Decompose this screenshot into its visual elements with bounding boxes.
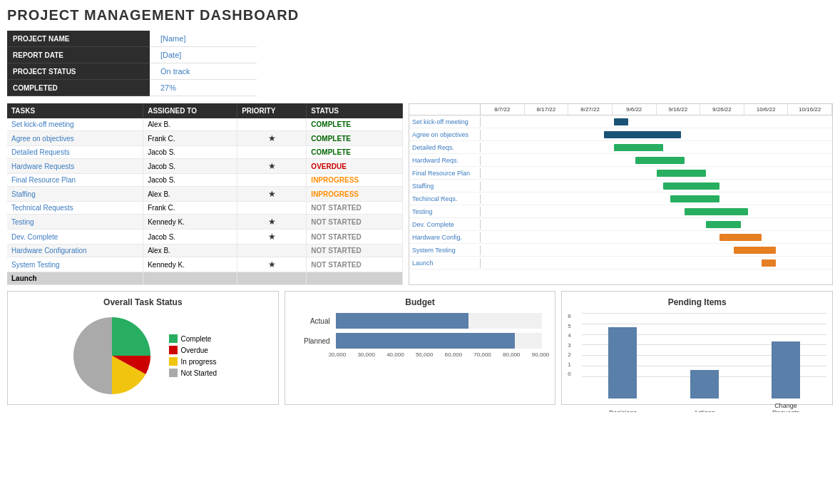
gantt-bar [635, 157, 685, 164]
pending-bar [608, 327, 637, 398]
table-row: Technical RequestsFrank C.NOT STARTED [7, 202, 403, 215]
gantt-row: System Testing [409, 244, 832, 257]
col-priority: PRIORITY [237, 103, 307, 118]
gantt-date-cell: 10/16/22 [788, 104, 832, 115]
bottom-section: Overall Task Status CompleteOverdueIn pr… [7, 291, 833, 405]
status-cell: INPROGRESS [307, 187, 403, 202]
completed-label: COMPLETED [7, 80, 150, 96]
gantt-row-bars [481, 192, 832, 205]
task-name[interactable]: Hardware Configuration [7, 245, 143, 257]
task-name[interactable]: Set kick-off meeting [7, 118, 143, 131]
pending-bars: DecisionsActionsChangeRequests [582, 313, 826, 398]
pie-segment [73, 317, 112, 394]
priority-cell [237, 174, 307, 187]
pending-chart-box: Pending Items 6543210DecisionsActionsCha… [561, 291, 833, 405]
gantt-bar [762, 259, 776, 267]
pending-bar-label: ChangeRequests [772, 402, 799, 412]
task-name[interactable]: System Testing [7, 257, 143, 272]
gantt-row-label: Hardware Config. [409, 232, 481, 242]
assigned-to: Alex B. [143, 245, 237, 257]
gantt-row-bars [481, 218, 832, 230]
gantt-row: Hardware Config. [409, 231, 832, 244]
priority-star: ★ [268, 259, 276, 269]
task-table-container: TASKS ASSIGNED TO PRIORITY STATUS Set ki… [7, 103, 403, 285]
pending-bar-label: Decisions [609, 409, 637, 412]
pending-bar [690, 370, 719, 398]
budget-bar [336, 313, 469, 329]
task-name[interactable]: Hardware Requests [7, 159, 143, 174]
priority-cell [237, 118, 307, 131]
gantt-bar [706, 221, 741, 228]
budget-x-label: 50,000 [416, 351, 433, 358]
budget-row: Planned [298, 333, 543, 349]
budget-chart-box: Budget ActualPlanned 20,00030,00040,0005… [285, 291, 556, 405]
gantt-row-label: Agree on objectives [409, 130, 481, 140]
gantt-row: Staffing [409, 180, 832, 192]
page-title: PROJECT MANAGEMENT DASHBOARD [7, 7, 833, 24]
gantt-dates: 8/7/228/17/228/27/229/6/229/16/229/26/22… [481, 104, 832, 115]
status-cell [307, 272, 403, 285]
status-cell: OVERDUE [307, 159, 403, 174]
legend-color [169, 346, 178, 354]
budget-x-label: 60,000 [445, 351, 462, 358]
budget-bar-container [336, 313, 543, 329]
gantt-row-bars [481, 141, 832, 153]
priority-star: ★ [268, 161, 276, 171]
gantt-row-label: Staffing [409, 181, 481, 191]
table-row: Final Resource PlanJacob S.INPROGRESS [7, 174, 403, 187]
assigned-to: Jacob S. [143, 230, 237, 245]
task-name[interactable]: Dev. Complete [7, 230, 143, 245]
budget-bar [336, 333, 515, 349]
info-section: PROJECT NAME [Name] REPORT DATE [Date] P… [7, 31, 257, 96]
col-assigned: ASSIGNED TO [143, 103, 237, 118]
task-name[interactable]: Detailed Requests [7, 146, 143, 159]
gantt-chart: 8/7/228/17/228/27/229/6/229/16/229/26/22… [409, 103, 833, 285]
task-name[interactable]: Agree on objectives [7, 131, 143, 146]
task-name[interactable]: Final Resource Plan [7, 174, 143, 187]
task-name[interactable]: Staffing [7, 187, 143, 202]
task-name[interactable]: Testing [7, 215, 143, 230]
pending-y-label: 0 [568, 371, 570, 377]
gantt-body: Set kick-off meetingAgree on objectivesD… [409, 115, 832, 269]
table-row: Dev. CompleteJacob S.★NOT STARTED [7, 230, 403, 245]
pending-bar-label: Actions [694, 409, 715, 412]
pending-bar-wrapper: Decisions [608, 313, 637, 398]
legend-color [169, 369, 178, 377]
main-content: TASKS ASSIGNED TO PRIORITY STATUS Set ki… [7, 103, 833, 285]
task-name[interactable]: Technical Requests [7, 202, 143, 215]
budget-x-label: 90,000 [532, 351, 549, 358]
budget-chart-title: Budget [291, 297, 550, 307]
report-date-value: [Date] [150, 47, 257, 63]
table-row: TestingKennedy K.★NOT STARTED [7, 215, 403, 230]
gantt-row-bars [481, 167, 832, 179]
project-name-value: [Name] [150, 31, 257, 47]
gantt-bar [670, 195, 719, 202]
gantt-date-cell: 8/17/22 [525, 104, 569, 115]
project-name-label: PROJECT NAME [7, 31, 150, 47]
gantt-bar [734, 247, 776, 254]
gantt-row: Hardward Reqs. [409, 154, 832, 167]
col-tasks: TASKS [7, 103, 143, 118]
budget-x-label: 40,000 [386, 351, 404, 358]
gantt-row-label: Hardward Reqs. [409, 155, 481, 165]
priority-cell: ★ [237, 131, 307, 146]
gantt-date-cell: 9/16/22 [657, 104, 701, 115]
priority-cell [237, 245, 307, 257]
status-cell: NOT STARTED [307, 215, 403, 230]
budget-chart-area: ActualPlanned [291, 313, 550, 349]
status-cell: COMPLETE [307, 131, 403, 146]
legend-label: Not Started [181, 369, 217, 377]
gantt-row: Final Resource Plan [409, 167, 832, 180]
budget-row-label: Actual [298, 317, 330, 325]
gantt-row: Launch [409, 257, 832, 269]
gantt-bar [685, 208, 748, 215]
gantt-row-label: Set kick-off meeting [409, 117, 481, 127]
gantt-row-label: Dev. Complete [409, 220, 481, 230]
budget-x-label: 70,000 [473, 351, 491, 358]
table-row: Hardware RequestsJacob S.★OVERDUE [7, 159, 403, 174]
table-row: Set kick-off meetingAlex B.COMPLETE [7, 118, 403, 131]
budget-row-label: Planned [298, 337, 330, 345]
pie-chart-area: CompleteOverdueIn progressNot Started [14, 313, 272, 398]
pending-y-label: 5 [568, 323, 570, 329]
gantt-row-bars [481, 257, 832, 269]
